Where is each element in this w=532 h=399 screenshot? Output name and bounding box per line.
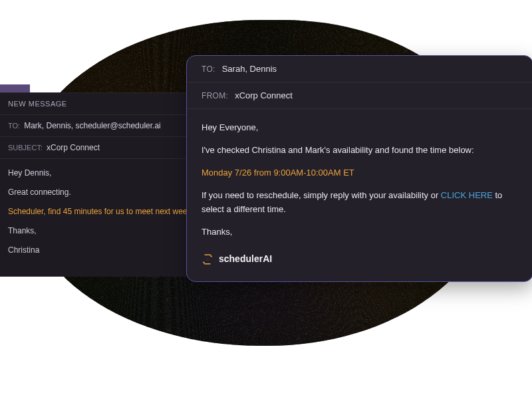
svg-marker-1 xyxy=(203,261,211,264)
reply-brand-name: schedulerAI xyxy=(219,252,272,267)
reply-card: TO: Sarah, Dennis FROM: xCorp Connect He… xyxy=(186,55,532,282)
reply-to-label: TO: xyxy=(201,65,215,74)
compose-to-value[interactable]: Mark, Dennis, scheduler@scheduler.ai xyxy=(24,121,161,130)
reply-reschedule-line: If you need to reschedule, simply reply … xyxy=(201,189,518,215)
reply-greeting: Hey Everyone, xyxy=(201,121,518,134)
reply-reschedule-link[interactable]: CLICK HERE xyxy=(441,190,493,200)
reply-brand: schedulerAI xyxy=(201,252,518,267)
svg-rect-2 xyxy=(205,257,209,261)
reply-from-value: xCorp Connect xyxy=(235,90,293,100)
reply-to-row: TO: Sarah, Dennis xyxy=(187,56,532,82)
reply-signoff: Thanks, xyxy=(201,225,518,239)
scheduler-logo-icon xyxy=(201,253,213,265)
reply-body: Hey Everyone, I've checked Christina and… xyxy=(187,109,532,281)
reply-from-row: FROM: xCorp Connect xyxy=(187,82,532,109)
compose-subject-label: SUBJECT: xyxy=(8,144,43,152)
reply-reschedule-pre: If you need to reschedule, simply reply … xyxy=(201,190,441,200)
compose-to-label: TO: xyxy=(8,122,20,130)
reply-proposed-slot: Monday 7/26 from 9:00AM-10:00AM ET xyxy=(201,166,518,180)
reply-to-value: Sarah, Dennis xyxy=(222,64,277,74)
compose-subject-value[interactable]: xCorp Connect xyxy=(47,143,100,152)
reply-from-label: FROM: xyxy=(201,91,228,100)
svg-marker-0 xyxy=(205,254,213,257)
reply-intro: I've checked Christina and Mark's availa… xyxy=(201,144,518,157)
